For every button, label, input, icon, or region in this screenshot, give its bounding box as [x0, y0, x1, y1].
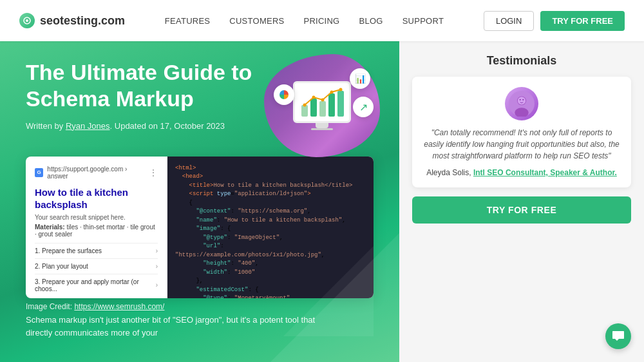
- chevron-icon-2: ›: [156, 263, 158, 270]
- svg-point-16: [520, 99, 521, 100]
- main-nav: FEATURES CUSTOMERS PRICING BLOG SUPPORT: [165, 16, 444, 26]
- main-area: 📊 ↗ The Ultimate Guide to Schema Markup …: [0, 41, 644, 362]
- schema-intro-text: Schema markup isn't just another bit of …: [0, 314, 361, 341]
- monitor-graphic: 📊 ↗: [293, 81, 351, 130]
- svg-rect-3: [310, 99, 317, 117]
- browser-bar: G https://support.google.com › answer ⋮: [35, 166, 158, 180]
- chat-bubble[interactable]: [605, 323, 631, 349]
- try-free-button-sidebar[interactable]: TRY FOR FREE: [412, 196, 631, 224]
- monitor-stand: [316, 123, 328, 128]
- page-title: The Ultimate Guide to Schema Markup: [26, 59, 296, 112]
- svg-point-9: [321, 98, 325, 101]
- search-step-1: 1. Prepare the surfaces ›: [35, 243, 158, 258]
- monitor-base: [311, 128, 333, 130]
- browser-url: https://support.google.com › answer: [47, 166, 145, 180]
- google-preview: G https://support.google.com › answer ⋮ …: [26, 157, 167, 298]
- header: seotesting.com FEATURES CUSTOMERS PRICIN…: [0, 0, 644, 41]
- svg-rect-5: [328, 93, 335, 117]
- chevron-icon-1: ›: [156, 247, 158, 254]
- svg-rect-4: [319, 101, 326, 117]
- svg-point-15: [518, 97, 526, 104]
- testimonial-card: "Can totally recommend! It's not only fu…: [412, 77, 631, 187]
- author-link[interactable]: Ryan Jones: [66, 121, 110, 131]
- search-materials: Materials: tiles · thin-set mortar · til…: [35, 224, 158, 238]
- chevron-icon-3: ›: [156, 281, 158, 289]
- right-sidebar: Testimonials "Can totally recommend! It'…: [399, 41, 644, 362]
- float-icon-arrow: ↗: [353, 97, 374, 117]
- try-free-button-header[interactable]: TRY FOR FREE: [540, 11, 625, 31]
- float-icon-chart: 📊: [350, 68, 370, 89]
- content-preview-box: G https://support.google.com › answer ⋮ …: [26, 157, 374, 298]
- search-steps: 1. Prepare the surfaces › 2. Plan your l…: [35, 243, 158, 296]
- image-credit-link[interactable]: https://www.semrush.com/: [74, 302, 164, 311]
- svg-rect-2: [301, 105, 308, 117]
- float-icon-pie: [274, 84, 294, 105]
- favicon-icon: G: [35, 168, 43, 177]
- code-preview: <html> <head> <title>How to tile a kitch…: [167, 157, 374, 298]
- nav-features[interactable]: FEATURES: [165, 16, 210, 26]
- testimonials-heading: Testimonials: [412, 54, 631, 68]
- nav-customers[interactable]: CUSTOMERS: [229, 16, 284, 26]
- svg-point-10: [330, 90, 334, 93]
- code-block: <html> <head> <title>How to tile a kitch…: [175, 164, 366, 298]
- header-actions: LOGIN TRY FOR FREE: [484, 11, 625, 31]
- svg-point-17: [522, 99, 524, 100]
- svg-rect-6: [337, 91, 344, 117]
- testimonial-avatar: [505, 87, 538, 120]
- logo-text: seotesting.com: [40, 14, 125, 28]
- nav-pricing[interactable]: PRICING: [303, 16, 339, 26]
- svg-point-7: [303, 103, 307, 106]
- left-column: 📊 ↗ The Ultimate Guide to Schema Markup …: [0, 41, 399, 362]
- svg-point-1: [26, 19, 28, 22]
- search-snippet: Your search result snippet here.: [35, 214, 158, 221]
- svg-point-8: [312, 95, 316, 99]
- search-step-2: 2. Plan your layout ›: [35, 258, 158, 274]
- browser-menu-icon: ⋮: [149, 167, 158, 178]
- testimonial-quote: "Can totally recommend! It's not only fu…: [422, 127, 621, 162]
- login-button[interactable]: LOGIN: [484, 11, 534, 31]
- image-credit: Image Credit: https://www.semrush.com/: [0, 298, 399, 314]
- logo[interactable]: seotesting.com: [19, 13, 125, 28]
- nav-support[interactable]: SUPPORT: [402, 16, 444, 26]
- svg-point-11: [339, 88, 343, 91]
- hero-illustration: 📊 ↗: [258, 48, 386, 164]
- logo-icon: [19, 13, 35, 28]
- testimonial-author-link[interactable]: Intl SEO Consultant, Speaker & Author.: [473, 168, 617, 177]
- nav-blog[interactable]: BLOG: [359, 16, 383, 26]
- testimonial-author: Aleyda Solis, Intl SEO Consultant, Speak…: [422, 168, 621, 177]
- monitor: [293, 81, 351, 123]
- search-result-title: How to tile a kitchen backsplash: [35, 186, 158, 211]
- search-step-3: 3. Prepare your and apply mortar (or cho…: [35, 274, 158, 296]
